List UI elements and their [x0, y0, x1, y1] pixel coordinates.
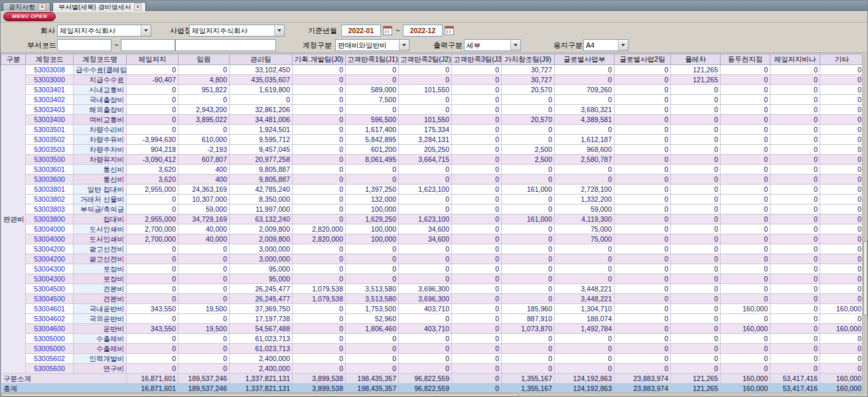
section-subtotal-row[interactable]: 구분소계16,871,601189,537,2461,337,821,1313,…: [1, 374, 864, 384]
amount-cell: 1,355,167: [502, 374, 555, 384]
table-row[interactable]: 53004601국내운반비343,55019,50037,369,75001,7…: [1, 304, 864, 314]
amount-cell: 0: [399, 354, 452, 364]
table-row[interactable]: 53004600운반비343,55019,50054,567,48801,806…: [1, 324, 864, 334]
account-code: 53003803: [26, 204, 74, 214]
table-row[interactable]: 53004000도서인쇄비2,700,00040,0002,009,8002,8…: [1, 224, 864, 234]
table-row[interactable]: 53003803부의금/축의금059,00011,997,0000100,000…: [1, 204, 864, 214]
dept-code-to-input[interactable]: [121, 39, 175, 51]
calendar-icon[interactable]: [383, 26, 392, 35]
amount-cell: 709,260: [555, 85, 615, 95]
table-row[interactable]: 53003600통신비3,6204009,805,88700000000000: [1, 175, 864, 185]
expense-grid: 구분계정코드계정코드명제일저지임원관리팀기획.개발팀(J0)고객만족1팀(J1)…: [1, 54, 863, 394]
table-row[interactable]: 53003500차량유지비-3,090,412607,80720,977,258…: [1, 155, 864, 165]
account-name: 지급수수료: [74, 75, 127, 85]
amount-cell: 0: [615, 294, 671, 304]
table-row[interactable]: 53003403해외출장비02,943,20032,861,206000003,…: [1, 105, 864, 115]
amount-cell: 0: [452, 304, 502, 314]
table-row[interactable]: 53003000지급수수료-90,4074,800435,035,6070000…: [1, 75, 864, 85]
amount-cell: 0: [502, 234, 555, 244]
account-code: 53004000: [26, 234, 74, 244]
amount-cell: 0: [452, 85, 502, 95]
table-row[interactable]: 53003802거래처 선물비010,307,0008,350,0000132,…: [1, 195, 864, 204]
amount-cell: 0: [293, 204, 346, 214]
column-header[interactable]: 고객만족3팀(J3): [452, 54, 502, 65]
calendar-icon[interactable]: [445, 26, 454, 35]
vertical-scrollbar[interactable]: [862, 54, 867, 394]
column-header[interactable]: 플레차: [671, 54, 721, 65]
column-header[interactable]: 글로벌사업2팀: [615, 54, 671, 65]
column-header[interactable]: 고객만족1팀(J1): [346, 54, 399, 65]
column-header[interactable]: 기타: [820, 54, 864, 65]
amount-cell: 0: [399, 175, 452, 185]
column-header[interactable]: 가치창조팀(J9): [502, 54, 555, 65]
close-icon[interactable]: ✕: [38, 3, 46, 11]
amount-cell: 0: [179, 314, 230, 324]
paper-type-select-value: A4: [584, 40, 618, 50]
table-row[interactable]: 53003503차량주차비904,218-2,1939,457,0450601,…: [1, 145, 864, 155]
column-header[interactable]: 임원: [179, 54, 230, 65]
tab-notice[interactable]: 공지사항 ✕: [3, 2, 50, 11]
table-row[interactable]: 53004500견본비0026,245,4771,079,5383,513,58…: [1, 294, 864, 304]
table-row[interactable]: 53004000도서인쇄비2,700,00040,0002,009,8002,8…: [1, 234, 864, 244]
amount-cell: 3,448,221: [555, 294, 615, 304]
table-row[interactable]: 53003601통신비3,6204009,805,88700000000000: [1, 165, 864, 175]
table-row[interactable]: 53003401시내교통비0951,8221,619,8000589,00010…: [1, 85, 864, 95]
table-row[interactable]: 53003801일반 접대비2,955,00024,363,16942,785,…: [1, 185, 864, 195]
account-name: 차량주유비: [74, 135, 127, 145]
table-row[interactable]: 53003501차량수리비001,924,50101,617,400175,33…: [1, 125, 864, 135]
horizontal-scrollbar-thumb[interactable]: [1, 394, 519, 396]
table-row[interactable]: 53003402국내출장비00007,500000000000: [1, 95, 864, 105]
column-header[interactable]: 구분: [1, 54, 26, 65]
column-header[interactable]: 계정코드: [26, 54, 74, 65]
paper-type-select[interactable]: A4: [583, 39, 628, 51]
column-header[interactable]: 제일저지비나: [770, 54, 820, 65]
table-row[interactable]: 53005602인력개발비002,400,00000000000000: [1, 354, 864, 364]
period-to-input[interactable]: [403, 25, 443, 37]
amount-cell: 0: [452, 165, 502, 175]
amount-cell: 0: [615, 65, 671, 75]
amount-cell: 0: [615, 145, 671, 155]
amount-cell: 52,960: [346, 314, 399, 324]
table-row[interactable]: 53004500견본비0026,245,4771,079,5383,513,58…: [1, 284, 864, 294]
table-row[interactable]: 53004300포장비0095,00000000000000: [1, 264, 864, 274]
column-header[interactable]: 기획.개발팀(J0): [293, 54, 346, 65]
dept-code-from-input[interactable]: [57, 39, 111, 51]
amount-cell: 0: [721, 364, 770, 374]
menu-open-button[interactable]: MENU OPEN: [3, 12, 56, 21]
period-from-input[interactable]: [341, 25, 381, 37]
horizontal-scrollbar[interactable]: [1, 392, 863, 396]
vertical-scrollbar-thumb[interactable]: [863, 241, 867, 316]
table-row[interactable]: 53005000수출제비0061,023,71300000000000: [1, 344, 864, 354]
column-header[interactable]: 동두천지점: [721, 54, 770, 65]
table-row[interactable]: 53004200광고선전비003,000,00000000000000: [1, 254, 864, 264]
amount-cell: 904,218: [127, 145, 179, 155]
column-header[interactable]: 글로벌사업부: [555, 54, 615, 65]
amount-cell: 0: [452, 374, 502, 384]
table-row[interactable]: 53003800접대비2,955,00034,729,16963,132,240…: [1, 214, 864, 224]
table-row[interactable]: 판관비53003008급수수료(클레임)0033,102,450000030,7…: [1, 65, 864, 75]
amount-cell: 0: [615, 344, 671, 354]
column-header[interactable]: 고객만족2팀(J2): [399, 54, 452, 65]
column-header[interactable]: 제일저지: [127, 54, 179, 65]
table-row[interactable]: 53004300포장비0095,00000000000000: [1, 274, 864, 284]
workplace-select[interactable]: 제일저지주식회사: [189, 25, 285, 37]
table-row[interactable]: 53005000수출제비0061,023,71300000000000: [1, 334, 864, 344]
dept-name-display[interactable]: [175, 39, 276, 51]
account-code: 53004200: [26, 244, 74, 254]
table-row[interactable]: 53005600연구비002,400,00000000000000: [1, 364, 864, 374]
company-select-value: 제일저지주식회사: [58, 25, 141, 36]
column-header[interactable]: 계정코드명: [74, 54, 127, 65]
amount-cell: 0: [399, 95, 452, 105]
account-type-select[interactable]: 판매비와일반비: [335, 39, 409, 51]
amount-cell: 95,000: [230, 264, 293, 274]
table-row[interactable]: 53004200광고선전비003,000,00000000000000: [1, 244, 864, 254]
table-row[interactable]: 53004602국외운반비0017,197,738052,96000887,91…: [1, 314, 864, 324]
account-name: 수출제비: [74, 334, 127, 344]
column-header[interactable]: 관리팀: [230, 54, 293, 65]
company-select[interactable]: 제일저지주식회사: [57, 25, 151, 37]
close-icon[interactable]: ✕: [134, 3, 141, 11]
table-row[interactable]: 53003502차량주유비-3,994,630610,0009,595,7120…: [1, 135, 864, 145]
table-row[interactable]: 53003400여비교통비03,895,02234,481,0060596,50…: [1, 115, 864, 125]
tab-expense-report[interactable]: 부서별(세목) 경비명세서 ✕: [52, 2, 146, 11]
output-type-select[interactable]: 세부: [464, 39, 521, 51]
